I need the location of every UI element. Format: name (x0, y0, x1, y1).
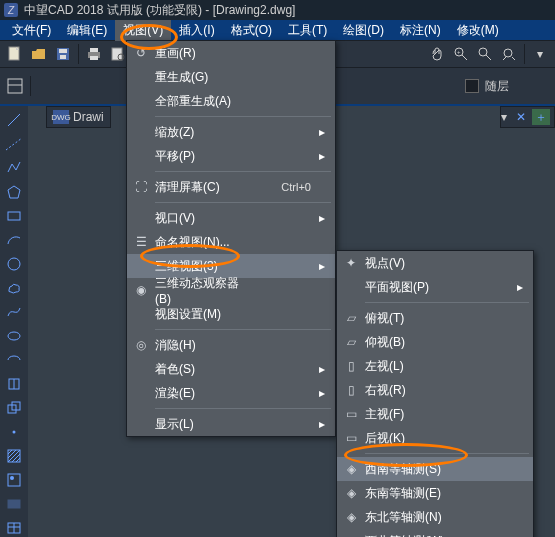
app-logo: Z (4, 3, 18, 17)
bylayer-checkbox[interactable] (465, 79, 479, 93)
menu-annotate[interactable]: 标注(N) (392, 20, 449, 41)
svg-line-13 (486, 55, 491, 60)
svg-rect-15 (8, 79, 22, 93)
named-view-icon: ☰ (127, 235, 155, 249)
dropdown-caret-icon[interactable]: ▾ (501, 110, 507, 124)
svg-rect-5 (90, 48, 98, 52)
gradient-tool-icon[interactable] (4, 470, 24, 490)
menu-item-render[interactable]: 渲染(E)▸ (127, 381, 335, 405)
hatch-tool-icon[interactable] (4, 446, 24, 466)
svg-point-27 (13, 431, 16, 434)
right-view-icon: ▯ (337, 383, 365, 397)
bylayer-label: 随层 (485, 78, 509, 95)
submenu-ne-isometric[interactable]: ◈东北等轴测(N) (337, 505, 533, 529)
left-view-icon: ▯ (337, 359, 365, 373)
menu-item-viewport[interactable]: 视口(V)▸ (127, 206, 335, 230)
menu-view[interactable]: 视图(V) (115, 20, 171, 41)
menu-item-redraw[interactable]: ↺重画(R) (127, 41, 335, 65)
pan-hand-icon[interactable] (426, 43, 448, 65)
dwg-file-icon: DWG (53, 110, 69, 124)
menu-item-view-settings[interactable]: 视图设置(M) (127, 302, 335, 326)
submenu-se-isometric[interactable]: ◈东南等轴测(E) (337, 481, 533, 505)
menu-item-clean-screen[interactable]: ⛶清理屏幕(C)Ctrl+0 (127, 175, 335, 199)
submenu-top-view[interactable]: ▱俯视(T) (337, 306, 533, 330)
svg-point-21 (8, 258, 20, 270)
menu-item-shade[interactable]: 着色(S)▸ (127, 357, 335, 381)
menu-edit[interactable]: 编辑(E) (59, 20, 115, 41)
menu-item-pan[interactable]: 平移(P)▸ (127, 144, 335, 168)
view-dropdown-menu: ↺重画(R) 重生成(G) 全部重生成(A) 缩放(Z)▸ 平移(P)▸ ⛶清理… (126, 40, 336, 437)
revcloud-tool-icon[interactable] (4, 278, 24, 298)
submenu-front-view[interactable]: ▭主视(F) (337, 402, 533, 426)
submenu-sw-isometric[interactable]: ◈西南等轴测(S) (337, 457, 533, 481)
construction-line-icon[interactable] (4, 134, 24, 154)
menu-item-zoom[interactable]: 缩放(Z)▸ (127, 120, 335, 144)
viewpoint-icon: ✦ (337, 256, 365, 270)
ellipse-tool-icon[interactable] (4, 326, 24, 346)
properties-icon[interactable] (4, 75, 26, 97)
svg-rect-6 (90, 56, 98, 60)
top-view-icon: ▱ (337, 311, 365, 325)
menu-modify[interactable]: 修改(M) (449, 20, 507, 41)
document-tab[interactable]: DWG Drawi (46, 106, 111, 128)
window-title: 中望CAD 2018 试用版 (功能受限) - [Drawing2.dwg] (24, 2, 295, 19)
submenu-plan-view[interactable]: 平面视图(P)▸ (337, 275, 533, 299)
ellipse-arc-tool-icon[interactable] (4, 350, 24, 370)
insert-block-icon[interactable] (4, 374, 24, 394)
print-icon[interactable] (83, 43, 105, 65)
svg-point-22 (8, 332, 20, 340)
submenu-viewpoint[interactable]: ✦视点(V) (337, 251, 533, 275)
tool-icon[interactable]: ▾ (529, 43, 551, 65)
region-tool-icon[interactable] (4, 494, 24, 514)
make-block-icon[interactable] (4, 398, 24, 418)
svg-marker-19 (8, 186, 20, 198)
arc-tool-icon[interactable] (4, 230, 24, 250)
menu-tools[interactable]: 工具(T) (280, 20, 335, 41)
new-file-icon[interactable] (4, 43, 26, 65)
3d-view-submenu: ✦视点(V) 平面视图(P)▸ ▱俯视(T) ▱仰视(B) ▯左视(L) ▯右视… (336, 250, 534, 537)
back-view-icon: ▭ (337, 431, 365, 445)
point-tool-icon[interactable] (4, 422, 24, 442)
submenu-right-view[interactable]: ▯右视(R) (337, 378, 533, 402)
draw-toolbar (0, 106, 28, 537)
table-tool-icon[interactable] (4, 518, 24, 537)
circle-tool-icon[interactable] (4, 254, 24, 274)
rectangle-tool-icon[interactable] (4, 206, 24, 226)
title-bar: Z 中望CAD 2018 试用版 (功能受限) - [Drawing2.dwg] (0, 0, 555, 20)
submenu-nw-isometric[interactable]: ◈西北等轴测(W) (337, 529, 533, 537)
open-file-icon[interactable] (28, 43, 50, 65)
menu-insert[interactable]: 插入(I) (171, 20, 222, 41)
line-tool-icon[interactable] (4, 110, 24, 130)
submenu-left-view[interactable]: ▯左视(L) (337, 354, 533, 378)
hide-icon: ◎ (127, 338, 155, 352)
document-tab-label: Drawi (73, 110, 104, 124)
spline-tool-icon[interactable] (4, 302, 24, 322)
menu-draw[interactable]: 绘图(D) (335, 20, 392, 41)
svg-line-33 (16, 458, 20, 462)
close-doc-icon[interactable]: ✕ (512, 109, 530, 125)
svg-rect-34 (8, 474, 20, 486)
menu-item-display[interactable]: 显示(L)▸ (127, 412, 335, 436)
menu-format[interactable]: 格式(O) (223, 20, 280, 41)
menu-item-3d-orbit[interactable]: ◉三维动态观察器(B) (127, 278, 335, 302)
menu-item-named-view[interactable]: ☰命名视图(N)... (127, 230, 335, 254)
submenu-back-view[interactable]: ▭后视(K) (337, 426, 533, 450)
polyline-tool-icon[interactable] (4, 158, 24, 178)
svg-text:+: + (457, 49, 461, 55)
svg-point-14 (504, 49, 512, 57)
polygon-tool-icon[interactable] (4, 182, 24, 202)
menu-file[interactable]: 文件(F) (4, 20, 59, 41)
zoom-realtime-icon[interactable]: + (450, 43, 472, 65)
svg-point-35 (10, 476, 14, 480)
menu-bar: 文件(F) 编辑(E) 视图(V) 插入(I) 格式(O) 工具(T) 绘图(D… (0, 20, 555, 40)
save-icon[interactable] (52, 43, 74, 65)
new-doc-icon[interactable]: ＋ (532, 109, 550, 125)
menu-item-regen-all[interactable]: 全部重生成(A) (127, 89, 335, 113)
menu-item-hide[interactable]: ◎消隐(H) (127, 333, 335, 357)
submenu-bottom-view[interactable]: ▱仰视(B) (337, 330, 533, 354)
zoom-window-icon[interactable] (474, 43, 496, 65)
menu-item-regen[interactable]: 重生成(G) (127, 65, 335, 89)
svg-line-32 (12, 454, 20, 462)
se-iso-icon: ◈ (337, 486, 365, 500)
zoom-prev-icon[interactable] (498, 43, 520, 65)
